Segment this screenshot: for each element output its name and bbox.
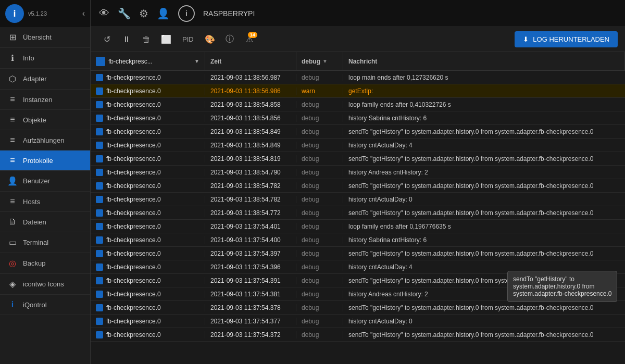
cell-level: debug [296,115,343,122]
debug-header[interactable]: debug ▼ [296,52,343,70]
sidebar-item-hosts[interactable]: ≡ Hosts [0,192,90,212]
table-row[interactable]: fb-checkpresence.0 2021-09-03 11:38:54.7… [91,166,625,179]
download-button[interactable]: ⬇ LOG HERUNTERLADEN [515,31,618,47]
table-row[interactable]: fb-checkpresence.0 2021-09-03 11:37:54.3… [91,274,625,287]
topbar-logo: i [178,5,195,22]
gear-icon[interactable]: ⚙ [139,7,148,20]
cell-zeit: 2021-09-03 11:37:54.372 [205,331,296,338]
collapse-button[interactable]: ‹ [82,9,85,18]
wrench-icon[interactable]: 🔧 [118,7,131,20]
sidebar-item-info[interactable]: ℹ Info [0,48,90,69]
cell-msg: history cntActualDay: 4 [343,263,625,271]
table-row[interactable]: fb-checkpresence.0 2021-09-03 11:38:54.8… [91,111,625,125]
version-text: v5.1.23 [28,10,78,17]
refresh-button[interactable]: ↺ [98,31,116,48]
sidebar-item-objekte[interactable]: ≡ Objekte [0,110,90,130]
sidebar-item-dateien[interactable]: 🗎 Dateien [0,212,90,232]
sidebar-item-iqontrol[interactable]: i iQontrol [0,295,90,315]
table-row[interactable]: fb-checkpresence.0 2021-09-03 11:38:56.9… [91,71,625,84]
sidebar-item-icontwo[interactable]: ◈ icontwo Icons [0,274,90,295]
cell-msg: sendTo "getHistory" to system.adapter.hi… [343,277,625,284]
table-row[interactable]: fb-checkpresence.0 2021-09-03 11:37:54.3… [91,287,625,301]
source-text: fb-checkpresc... [108,58,153,65]
row-icon [96,318,103,325]
table-row[interactable]: fb-checkpresence.0 2021-09-03 11:38:54.7… [91,193,625,206]
cell-source: fb-checkpresence.0 [91,169,205,176]
row-icon [96,263,103,271]
dateien-icon: 🗎 [7,217,18,227]
sidebar-item-protokolle[interactable]: ≡ Protokolle [0,150,90,171]
cell-msg: history Sabrina cntHistory: 6 [343,115,625,122]
cell-level: debug [296,209,343,217]
cell-zeit: 2021-09-03 11:37:54.391 [205,277,296,284]
sidebar-item-adapter[interactable]: ⬡ Adapter [0,69,90,90]
table-row[interactable]: fb-checkpresence.0 2021-09-03 11:37:54.3… [91,301,625,315]
row-icon [96,250,103,257]
table-row[interactable]: fb-checkpresence.0 2021-09-03 11:38:54.8… [91,152,625,166]
sidebar-item-aufzahlungen[interactable]: ≡ Aufzählungen [0,130,90,150]
user-icon[interactable]: 👤 [157,7,170,20]
sidebar-item-label: Instanzen [23,96,52,104]
cell-source: fb-checkpresence.0 [91,291,205,298]
instanzen-icon: ≡ [7,95,18,104]
cell-zeit: 2021-09-03 11:38:54.849 [205,128,296,135]
pause-button[interactable]: ⏸ [118,31,135,48]
sidebar-item-ubersicht[interactable]: ⊞ Übersicht [0,27,90,48]
info-icon: ℹ [7,53,18,63]
cell-msg: history cntActualDay: 0 [343,318,625,325]
table-row[interactable]: fb-checkpresence.0 2021-09-03 11:38:54.7… [91,179,625,193]
backup-icon: ◎ [7,258,18,268]
info-button[interactable]: ⓘ [221,31,239,48]
cell-msg: history Andreas cntHistory: 2 [343,169,625,176]
table-row[interactable]: fb-checkpresence.0 2021-09-03 11:37:54.3… [91,260,625,274]
table-row[interactable]: fb-checkpresence.0 2021-09-03 11:37:54.3… [91,247,625,260]
table-row[interactable]: fb-checkpresence.0 2021-09-03 11:37:54.3… [91,315,625,328]
table-row[interactable]: fb-checkpresence.0 2021-09-03 11:37:54.3… [91,328,625,342]
sidebar-item-backup[interactable]: ◎ Backup [0,253,90,274]
palette-button[interactable]: 🎨 [201,31,219,48]
sidebar-item-terminal[interactable]: ▭ Terminal [0,232,90,253]
sidebar-item-label: Benutzer [23,177,50,185]
cell-source: fb-checkpresence.0 [91,74,205,81]
cell-zeit: 2021-09-03 11:38:54.858 [205,101,296,108]
eye-icon[interactable]: 👁 [99,7,109,19]
table-row[interactable]: fb-checkpresence.0 2021-09-03 11:38:56.9… [91,84,625,98]
pid-button[interactable]: PID [177,33,199,45]
row-icon [96,236,103,244]
row-icon [96,115,103,122]
source-filter[interactable]: fb-checkpresc... ▼ [91,52,205,70]
adapter-icon: ⬡ [7,74,18,84]
cell-source: fb-checkpresence.0 [91,331,205,338]
download-icon: ⬇ [523,35,529,43]
delete-button[interactable]: 🗑 [138,31,155,48]
cell-msg: sendTo "getHistory" to system.adapter.hi… [343,128,625,135]
cell-level: debug [296,331,343,338]
table-row[interactable]: fb-checkpresence.0 2021-09-03 11:38:54.7… [91,206,625,220]
cell-zeit: 2021-09-03 11:38:54.856 [205,115,296,122]
topbar: 👁 🔧 ⚙ 👤 i RASPBERRYPI [91,0,625,27]
cell-level: debug [296,196,343,203]
clear-button[interactable]: ⬜ [157,31,175,48]
table-row[interactable]: fb-checkpresence.0 2021-09-03 11:38:54.8… [91,125,625,139]
warning-button[interactable]: ⚠ 14 [241,31,258,48]
cell-msg: sendTo "getHistory" to system.adapter.hi… [343,209,625,217]
cell-source: fb-checkpresence.0 [91,223,205,230]
table-row[interactable]: fb-checkpresence.0 2021-09-03 11:37:54.4… [91,233,625,247]
cell-source: fb-checkpresence.0 [91,263,205,271]
cell-zeit: 2021-09-03 11:37:54.401 [205,223,296,230]
table-row[interactable]: fb-checkpresence.0 2021-09-03 11:38:54.8… [91,98,625,111]
cell-zeit: 2021-09-03 11:38:56.987 [205,74,296,81]
sidebar-item-instanzen[interactable]: ≡ Instanzen [0,90,90,110]
cell-msg: loop family ends after 0,410322726 s [343,101,625,108]
nachricht-header: Nachricht [343,52,625,70]
cell-level: debug [296,304,343,311]
sidebar-item-benutzer[interactable]: 👤 Benutzer [0,171,90,192]
cell-msg: sendTo "getHistory" to system.adapter.hi… [343,304,625,311]
protokolle-icon: ≡ [7,156,18,165]
cell-source: fb-checkpresence.0 [91,250,205,257]
log-table-header: fb-checkpresc... ▼ Zeit debug ▼ Nachrich… [91,52,625,71]
table-row[interactable]: fb-checkpresence.0 2021-09-03 11:38:54.8… [91,139,625,152]
table-row[interactable]: fb-checkpresence.0 2021-09-03 11:37:54.4… [91,220,625,233]
cell-source: fb-checkpresence.0 [91,101,205,108]
hosts-icon: ≡ [7,197,18,206]
